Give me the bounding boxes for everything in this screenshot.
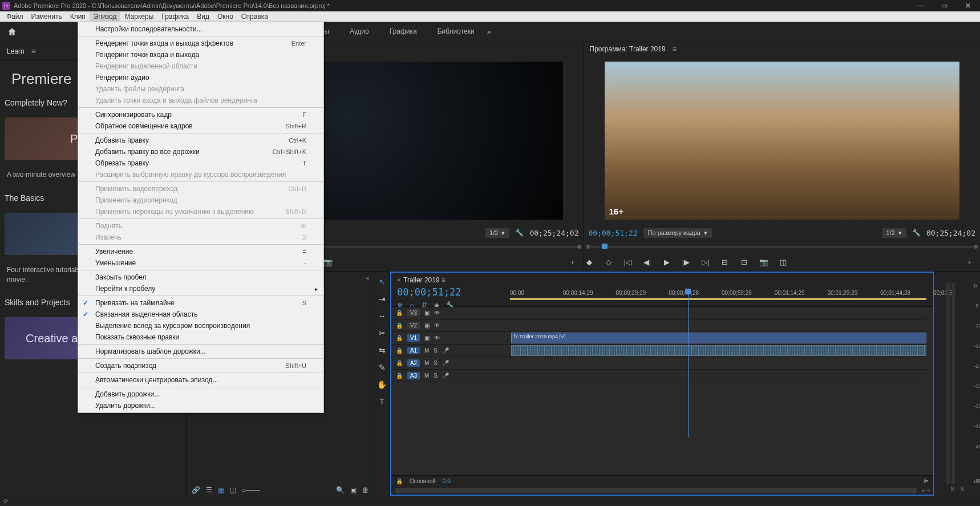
track-voice-icon[interactable]: 🎤 bbox=[442, 373, 449, 379]
program-video[interactable]: 16+ bbox=[605, 62, 960, 220]
track-lane-5[interactable] bbox=[510, 370, 926, 382]
proj-search-icon[interactable]: 🔍 bbox=[336, 486, 345, 494]
track-toggle-icon[interactable]: M bbox=[424, 360, 429, 366]
track-lock-icon[interactable]: 🔒 bbox=[396, 373, 403, 379]
menu-item[interactable]: Показать сквозные правки bbox=[78, 331, 323, 343]
track-header-A2[interactable]: 🔒A2MS🎤 bbox=[391, 357, 510, 370]
track-toggle-icon[interactable]: ▣ bbox=[424, 322, 430, 329]
menu-эпизод[interactable]: Эпизод bbox=[90, 12, 121, 21]
track-name[interactable]: V1 bbox=[407, 334, 420, 342]
track-solo-icon[interactable]: S bbox=[434, 347, 438, 354]
menu-item[interactable]: Обрезать правкуT bbox=[78, 157, 323, 169]
track-header-A1[interactable]: 🔒A1MS🎤 bbox=[391, 345, 510, 357]
menu-item[interactable]: Рендеринг точки входа и выхода эффектовE… bbox=[78, 38, 323, 49]
menu-item[interactable]: ✓Связанная выделенная область bbox=[78, 309, 323, 320]
menu-клип[interactable]: Клип bbox=[66, 12, 90, 21]
prog-play-icon[interactable]: ▶ bbox=[662, 257, 672, 267]
track-header-V1[interactable]: 🔒V1▣👁 bbox=[391, 332, 510, 345]
proj-trash-icon[interactable]: 🗑 bbox=[362, 486, 369, 494]
track-name[interactable]: A3 bbox=[407, 372, 420, 379]
minimize-button[interactable]: ― bbox=[913, 1, 928, 11]
tool-hand[interactable]: ✋ bbox=[376, 379, 388, 390]
program-fit-select[interactable]: По размеру кадра ▾ bbox=[643, 228, 712, 238]
menu-item[interactable]: Перейти к пробелу▸ bbox=[78, 283, 323, 294]
tool-razor[interactable]: ✂ bbox=[376, 327, 388, 339]
prog-lift-icon[interactable]: ⊟ bbox=[720, 257, 730, 267]
program-settings-icon[interactable]: 🔧 bbox=[912, 229, 921, 237]
src-add-btn-icon[interactable]: + bbox=[568, 257, 578, 267]
track-toggle-icon[interactable]: ▣ bbox=[424, 335, 430, 341]
track-lock-icon[interactable]: 🔒 bbox=[396, 310, 403, 316]
tool-track-select[interactable]: ⇥ bbox=[376, 293, 388, 305]
tool-pen[interactable]: ✎ bbox=[376, 362, 388, 373]
prog-add-btn-icon[interactable]: + bbox=[964, 257, 974, 267]
menu-вид[interactable]: Вид bbox=[193, 12, 213, 21]
mix-meter-icon[interactable]: ⊫ bbox=[924, 478, 929, 484]
track-lane-1[interactable] bbox=[510, 319, 926, 332]
timeline-ruler[interactable]: 00;0000;00;14;2900;00;29;2900;00;44;2800… bbox=[510, 273, 933, 306]
timeline-clip-a1[interactable] bbox=[511, 345, 926, 356]
track-lane-3[interactable] bbox=[510, 345, 926, 357]
tool-selection[interactable]: ↖ bbox=[376, 276, 388, 288]
source-zoom-select[interactable]: 1/2 ▾ bbox=[485, 228, 509, 238]
proj-icon-view-icon[interactable]: ▦ bbox=[218, 486, 224, 494]
track-voice-icon[interactable]: 🎤 bbox=[442, 347, 449, 354]
track-content[interactable]: fx Trailer 2019.mp4 [V] bbox=[510, 307, 933, 475]
sequence-tab[interactable]: Trailer 2019 bbox=[397, 276, 504, 284]
menu-item[interactable]: Уменьшение- bbox=[78, 257, 323, 269]
home-icon[interactable] bbox=[7, 27, 17, 37]
menu-графика[interactable]: Графика bbox=[157, 12, 193, 21]
menu-изменить[interactable]: Изменить bbox=[27, 12, 66, 21]
track-lane-0[interactable] bbox=[510, 307, 926, 319]
prog-mark-out-icon[interactable]: ◇ bbox=[604, 257, 614, 267]
menu-item[interactable]: Нормализовать шаблон дорожки... bbox=[78, 346, 323, 357]
prog-export-frame-icon[interactable]: 📷 bbox=[759, 257, 769, 267]
prog-extract-icon[interactable]: ⊡ bbox=[739, 257, 750, 267]
proj-new-item-icon[interactable]: ▣ bbox=[350, 486, 357, 494]
mix-lock-icon[interactable]: 🔒 bbox=[396, 478, 403, 484]
track-solo-icon[interactable]: S bbox=[434, 373, 438, 379]
track-name[interactable]: V2 bbox=[407, 322, 420, 329]
track-solo-icon[interactable]: S bbox=[434, 360, 438, 366]
program-tab[interactable]: Программа: Trailer 2019 bbox=[584, 42, 981, 56]
track-lock-icon[interactable]: 🔒 bbox=[396, 360, 403, 366]
menu-item[interactable]: Создать подэпизодShift+U bbox=[78, 360, 323, 371]
track-eye-icon[interactable]: 👁 bbox=[434, 335, 440, 341]
menu-item[interactable]: Добавить правкуCtrl+K bbox=[78, 135, 323, 146]
track-eye-icon[interactable]: 👁 bbox=[434, 322, 440, 329]
track-lock-icon[interactable]: 🔒 bbox=[396, 322, 403, 329]
menu-файл[interactable]: Файл bbox=[2, 12, 27, 21]
menu-item[interactable]: Автоматически центрировать эпизод... bbox=[78, 374, 323, 386]
maximize-button[interactable]: ▭ bbox=[937, 1, 951, 11]
menu-окно[interactable]: Окно bbox=[213, 12, 237, 21]
menu-item[interactable]: Увеличение= bbox=[78, 246, 323, 257]
close-button[interactable]: ✕ bbox=[961, 1, 975, 11]
prog-mark-in-icon[interactable]: ◆ bbox=[584, 257, 594, 267]
proj-freeform-icon[interactable]: ◫ bbox=[230, 486, 236, 494]
program-zoom-select[interactable]: 1/2 ▾ bbox=[882, 228, 906, 238]
prog-step-fwd-icon[interactable]: |▶ bbox=[681, 257, 691, 267]
prog-goto-in-icon[interactable]: |◁ bbox=[623, 257, 633, 267]
prog-step-back-icon[interactable]: ◀| bbox=[642, 257, 653, 267]
workspace-tab-3[interactable]: Аудио bbox=[349, 22, 370, 42]
track-lock-icon[interactable]: 🔒 bbox=[396, 335, 403, 341]
track-header-V2[interactable]: 🔒V2▣👁 bbox=[391, 319, 510, 332]
menu-item[interactable]: Добавить дорожки... bbox=[78, 388, 323, 400]
mix-pan[interactable]: 0,0 bbox=[443, 478, 451, 484]
proj-link-icon[interactable]: 🔗 bbox=[192, 486, 200, 494]
workspace-tab-5[interactable]: Библиотеки bbox=[436, 22, 476, 42]
menu-item[interactable]: Добавить правку во все дорожкиCtrl+Shift… bbox=[78, 146, 323, 157]
menu-item[interactable]: Рендеринг аудио bbox=[78, 72, 323, 83]
track-header-A3[interactable]: 🔒A3MS🎤 bbox=[391, 370, 510, 382]
tool-slip[interactable]: ⇆ bbox=[376, 345, 388, 356]
menu-справка[interactable]: Справка bbox=[237, 12, 272, 21]
menu-item[interactable]: ✓Привязать на таймлайнеS bbox=[78, 297, 323, 309]
prog-compare-icon[interactable]: ◫ bbox=[778, 257, 788, 267]
tl-zoom-handle[interactable]: ⟷ bbox=[922, 488, 930, 494]
src-export-frame-icon[interactable]: 📷 bbox=[323, 257, 333, 267]
project-collapse-icon[interactable]: « bbox=[363, 274, 371, 282]
track-name[interactable]: A2 bbox=[407, 359, 420, 367]
menu-item[interactable]: Рендеринг точки входа и выхода bbox=[78, 49, 323, 60]
workspace-tab-4[interactable]: Графика bbox=[388, 22, 418, 42]
tl-h-scroll[interactable] bbox=[395, 488, 917, 493]
